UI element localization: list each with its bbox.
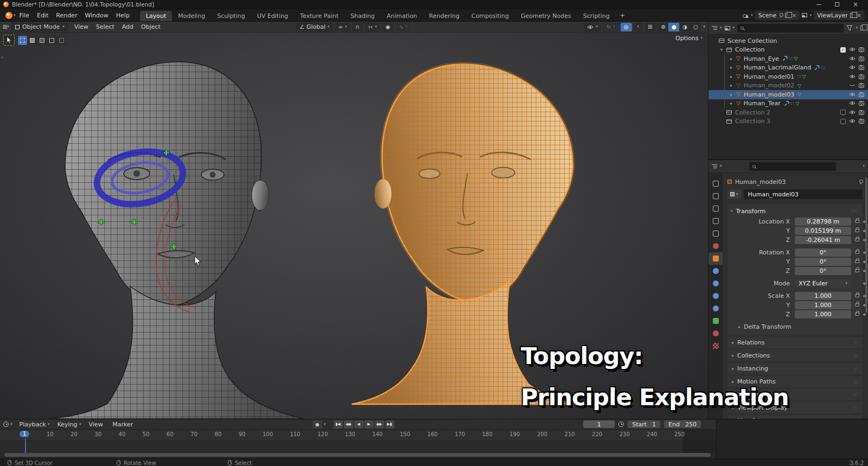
menu-item[interactable]: Help bbox=[112, 12, 133, 19]
disclosure-arrow[interactable]: ▸▾ bbox=[730, 56, 736, 61]
workspace-tab[interactable]: Texture Paint bbox=[294, 11, 344, 21]
drag-handle-icon[interactable]: ∷ bbox=[854, 340, 858, 346]
add-workspace-button[interactable]: + bbox=[616, 12, 629, 19]
viewport-menu-item[interactable]: Select bbox=[92, 22, 118, 32]
lock-icon[interactable] bbox=[855, 269, 859, 272]
outliner-item[interactable]: ▸▾ ▽ Collection 3 ∷ ▽ ✓ bbox=[709, 117, 868, 126]
disclosure-arrow[interactable]: ▸▾ bbox=[730, 74, 736, 79]
pin-icon[interactable] bbox=[778, 13, 783, 17]
drag-handle-icon[interactable]: ∷ bbox=[854, 379, 858, 385]
menu-item[interactable]: Window bbox=[81, 12, 112, 19]
disclosure-arrow[interactable]: ▸▾ bbox=[730, 92, 736, 97]
disable-in-renders-camera-icon[interactable] bbox=[859, 83, 865, 88]
workspace-tab[interactable]: Compositing bbox=[465, 11, 515, 21]
scene-icon[interactable] bbox=[743, 13, 749, 18]
timeline-editor-icon[interactable] bbox=[3, 422, 9, 427]
properties-tab-render[interactable] bbox=[709, 190, 723, 202]
outliner-item[interactable]: ▸▾ ▽ Human_Tear ∷ ▽ ✓ bbox=[709, 99, 868, 108]
blender-menu-icon[interactable] bbox=[5, 12, 12, 19]
lock-icon[interactable] bbox=[855, 229, 859, 232]
select-mode-subtract-button[interactable] bbox=[37, 36, 47, 45]
mode-dropdown[interactable]: Object Mode ▾ bbox=[11, 23, 68, 31]
properties-tab-physics[interactable] bbox=[709, 290, 723, 302]
outliner-item[interactable]: ▸▾ ▽ Human_Eye ∷ ▽ ✓ bbox=[709, 54, 868, 63]
select-mode-new-button[interactable] bbox=[18, 36, 27, 45]
workspace-tab[interactable]: Animation bbox=[381, 11, 423, 21]
lock-icon[interactable] bbox=[855, 238, 859, 241]
next-keyframe-button[interactable]: ◆▶ bbox=[375, 420, 384, 429]
workspace-tab[interactable]: Scripting bbox=[577, 11, 616, 21]
workspace-tab[interactable]: Modeling bbox=[172, 11, 211, 21]
hide-in-viewport-toggle[interactable] bbox=[849, 46, 856, 53]
lock-icon[interactable] bbox=[855, 251, 859, 254]
workspace-tab[interactable]: Geometry Nodes bbox=[515, 11, 577, 21]
collection-checkbox[interactable]: ✓ bbox=[840, 119, 846, 124]
drag-handle-icon[interactable]: ∷ bbox=[854, 353, 858, 359]
editor-type-icon[interactable]: ⊞ bbox=[3, 24, 7, 30]
jump-to-end-button[interactable]: ▶▮ bbox=[385, 420, 394, 429]
overlays-dropdown[interactable]: ▾ bbox=[634, 23, 643, 31]
properties-tab-modifiers[interactable] bbox=[709, 265, 723, 277]
menu-item[interactable]: Render bbox=[52, 12, 81, 19]
timeline-ruler[interactable]: 1102030405060708090100110120130140150160… bbox=[0, 430, 716, 441]
play-reverse-button[interactable]: ◀ bbox=[354, 420, 363, 429]
disable-in-renders-camera-icon[interactable] bbox=[859, 110, 865, 115]
properties-tab-tool[interactable] bbox=[709, 177, 723, 190]
workspace-tab[interactable]: Rendering bbox=[423, 11, 465, 21]
xray-toggle[interactable]: ⊞ bbox=[644, 23, 655, 31]
object-id-dropdown[interactable]: ▾ bbox=[727, 189, 741, 199]
value-field[interactable]: -0.26041 m ▾ bbox=[795, 236, 851, 244]
wireframe-head-model[interactable] bbox=[48, 62, 304, 419]
outliner-item[interactable]: ▸▾ ▽ Human_model03 ∷ ▽ ✓ bbox=[709, 90, 868, 99]
properties-options-dropdown[interactable]: ▾ bbox=[863, 164, 865, 168]
properties-tab-output[interactable] bbox=[709, 202, 723, 215]
menu-item[interactable]: File bbox=[16, 12, 33, 19]
properties-tab-object-data[interactable] bbox=[709, 315, 723, 327]
drag-handle-icon[interactable]: ∷ bbox=[854, 405, 858, 411]
options-button[interactable]: Options ▾ bbox=[675, 35, 703, 42]
display-mode-icon[interactable] bbox=[725, 26, 730, 30]
viewport-menu-item[interactable]: View bbox=[71, 22, 92, 32]
playhead[interactable] bbox=[25, 439, 26, 453]
filter-icon[interactable] bbox=[846, 25, 853, 31]
outliner-editor-icon[interactable] bbox=[712, 25, 717, 30]
delta-transform-section[interactable]: ▸ Delta Transform bbox=[731, 323, 858, 330]
properties-editor-icon[interactable] bbox=[712, 164, 717, 169]
timeline-menu-item[interactable]: Playback ▾ bbox=[16, 421, 54, 428]
disable-in-renders-camera-icon[interactable] bbox=[859, 56, 865, 61]
new-view-layer-icon[interactable] bbox=[850, 13, 854, 18]
scene-selector[interactable]: Scene × bbox=[755, 11, 800, 20]
disable-in-renders-camera-icon[interactable] bbox=[859, 101, 865, 106]
outliner-item[interactable]: ▸▾ ▽ Collection ∷ ▽ ✓ bbox=[709, 46, 868, 55]
workspace-tab[interactable]: Shading bbox=[344, 11, 381, 21]
outliner-search-input[interactable] bbox=[737, 24, 844, 33]
active-tool-select-box[interactable] bbox=[3, 35, 15, 46]
value-field[interactable]: 0.28798 m ▾ bbox=[795, 218, 851, 226]
outliner-item[interactable]: ▸▾ ▽ Human_model01 ∷ ▽ ✓ bbox=[709, 72, 868, 81]
select-mode-invert-button[interactable] bbox=[47, 36, 56, 45]
jump-to-start-button[interactable]: ▮◀ bbox=[334, 420, 343, 429]
object-name-field[interactable]: Human_model03 bbox=[744, 189, 863, 199]
menu-item[interactable]: Edit bbox=[33, 12, 52, 19]
new-collection-icon[interactable] bbox=[860, 25, 865, 30]
show-object-types-dropdown[interactable]: ▾ bbox=[584, 23, 601, 31]
transform-pivot-dropdown[interactable]: ∞ ▾ bbox=[335, 23, 350, 31]
play-button[interactable]: ▶ bbox=[365, 420, 374, 429]
value-field[interactable]: 0° ▾ bbox=[795, 267, 851, 275]
workspace-tab[interactable]: Sculpting bbox=[211, 11, 251, 21]
timeline-menu-item[interactable]: Marker bbox=[108, 421, 139, 428]
disclosure-arrow[interactable]: ▸▾ bbox=[730, 65, 736, 70]
auto-keying-record-button[interactable]: ● bbox=[312, 420, 322, 429]
hide-in-viewport-toggle[interactable] bbox=[849, 109, 856, 116]
collection-checkbox[interactable]: ✓ bbox=[840, 110, 846, 115]
start-frame-field[interactable]: Start1 bbox=[628, 420, 660, 428]
hide-in-viewport-toggle[interactable] bbox=[849, 82, 856, 89]
workspace-tab[interactable]: Layout bbox=[140, 11, 172, 21]
workspace-tab[interactable]: UV Editing bbox=[251, 11, 294, 21]
drag-handle-icon[interactable]: ∷ bbox=[854, 392, 858, 398]
solid-shading-button[interactable]: ● bbox=[668, 23, 679, 31]
hide-in-viewport-toggle[interactable] bbox=[849, 91, 856, 98]
proportional-falloff-dropdown[interactable]: ∿ ▾ bbox=[395, 23, 411, 31]
timeline-menu-item[interactable]: Keying ▾ bbox=[54, 421, 85, 428]
drag-handle-icon[interactable]: ∷ bbox=[854, 366, 858, 372]
